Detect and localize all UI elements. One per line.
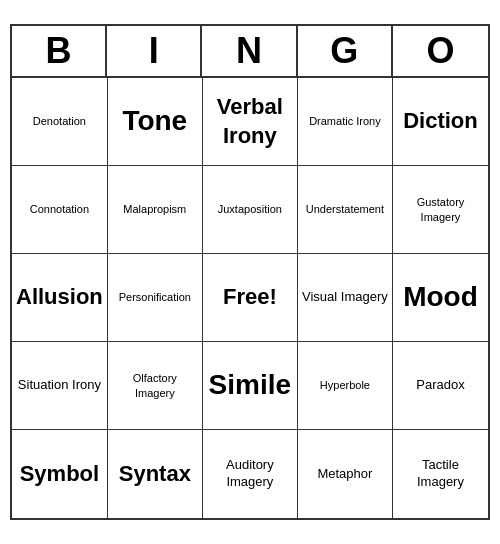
bingo-cell: Juxtaposition [203,166,298,254]
bingo-cell: Auditory Imagery [203,430,298,518]
bingo-header: BINGO [12,26,488,78]
header-letter: N [202,26,297,76]
bingo-cell: Situation Irony [12,342,108,430]
bingo-cell: Free! [203,254,298,342]
bingo-cell: Denotation [12,78,108,166]
bingo-cell: Paradox [393,342,488,430]
bingo-cell: Verbal Irony [203,78,298,166]
bingo-cell: Diction [393,78,488,166]
bingo-cell: Allusion [12,254,108,342]
header-letter: I [107,26,202,76]
header-letter: B [12,26,107,76]
header-letter: O [393,26,488,76]
bingo-cell: Gustatory Imagery [393,166,488,254]
bingo-cell: Dramatic Irony [298,78,393,166]
bingo-cell: Tone [108,78,203,166]
bingo-cell: Malapropism [108,166,203,254]
bingo-card: BINGO DenotationToneVerbal IronyDramatic… [10,24,490,520]
bingo-cell: Mood [393,254,488,342]
bingo-cell: Understatement [298,166,393,254]
bingo-cell: Hyperbole [298,342,393,430]
bingo-cell: Connotation [12,166,108,254]
bingo-cell: Tactile Imagery [393,430,488,518]
bingo-cell: Olfactory Imagery [108,342,203,430]
bingo-cell: Simile [203,342,298,430]
header-letter: G [298,26,393,76]
bingo-cell: Syntax [108,430,203,518]
bingo-cell: Metaphor [298,430,393,518]
bingo-cell: Symbol [12,430,108,518]
bingo-cell: Visual Imagery [298,254,393,342]
bingo-grid: DenotationToneVerbal IronyDramatic Irony… [12,78,488,518]
bingo-cell: Personification [108,254,203,342]
